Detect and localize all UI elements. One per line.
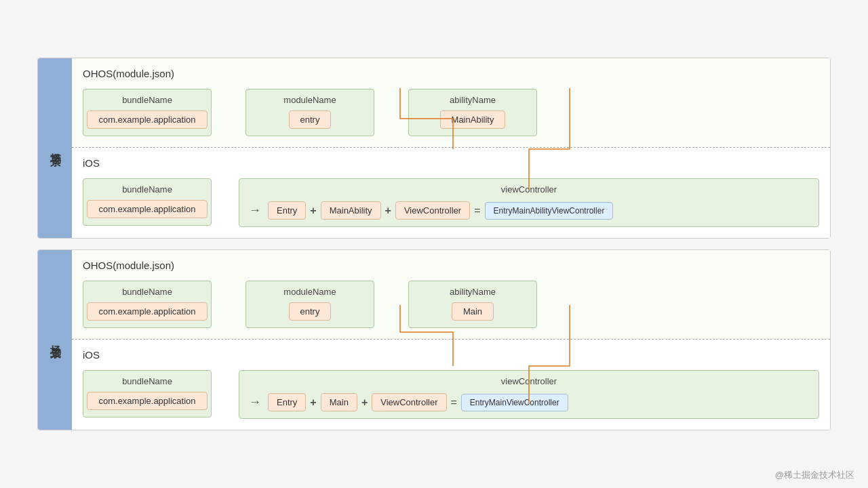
ability-card-1: abilityName MainAbility: [408, 89, 537, 136]
vc-formula-2: → Entry + Main + ViewController = EntryM…: [249, 393, 809, 411]
ios-bundle-card-1: bundleName com.example.application: [83, 178, 212, 226]
ios-bundle-label-2: bundleName: [122, 376, 172, 386]
formula-eq-2: =: [451, 396, 457, 409]
formula-result-2: EntryMainViewController: [461, 394, 568, 411]
formula-plus-1: +: [310, 205, 316, 217]
vc-card-1: viewController → Entry + MainAbility + V…: [239, 178, 819, 227]
formula-main-ability-1: MainAbility: [321, 201, 381, 220]
scenario-2: 场景二 OHOS(module.json) bundleName com.exa…: [37, 249, 831, 430]
vc-formula-1: → Entry + MainAbility + ViewController =…: [249, 201, 809, 220]
scenario-2-ohos: OHOS(module.json) bundleName com.example…: [72, 250, 830, 340]
module-value-1: entry: [289, 110, 332, 129]
formula-vc-2: ViewController: [372, 393, 446, 411]
formula-plus-4: +: [361, 396, 368, 409]
scenario-1-content: OHOS(module.json) bundleName com.example…: [72, 58, 830, 238]
vc-title-2: viewController: [249, 376, 809, 386]
scenario-1-ohos: OHOS(module.json) bundleName com.example…: [72, 58, 830, 148]
formula-eq-1: =: [474, 205, 480, 217]
bundle-card-1: bundleName com.example.application: [83, 89, 212, 136]
formula-entry-1: Entry: [268, 201, 306, 220]
formula-vc-1: ViewController: [395, 201, 470, 220]
ability-value-1: MainAbility: [440, 110, 506, 129]
ability-label-1: abilityName: [450, 95, 496, 105]
ability-value-2: Main: [452, 302, 494, 321]
scenario-1-label: 场景一: [38, 58, 72, 238]
arrow-icon-1: →: [249, 203, 261, 218]
ohos-title-2: OHOS(module.json): [83, 260, 819, 271]
scenario-1: 场景一 OHOS(module.json) bundleName com.exa…: [37, 58, 831, 239]
scenario-2-ios: iOS bundleName com.example.application v…: [72, 340, 830, 430]
ios-bundle-value-2: com.example.application: [87, 392, 207, 410]
vc-card-2: viewController → Entry + Main + ViewCont…: [239, 370, 819, 419]
ios-bundle-value-1: com.example.application: [87, 200, 207, 218]
formula-result-1: EntryMainAbilityViewController: [485, 202, 614, 220]
formula-main-2: Main: [321, 393, 357, 411]
ios-bundle-label-1: bundleName: [122, 184, 172, 195]
ohos-title-1: OHOS(module.json): [83, 68, 819, 79]
formula-entry-2: Entry: [268, 393, 306, 411]
ios-title-2: iOS: [83, 349, 819, 361]
vc-title-1: viewController: [249, 184, 809, 195]
ios-bundle-card-2: bundleName com.example.application: [83, 370, 212, 418]
bundle-label-2: bundleName: [122, 287, 172, 297]
scenario-1-ios: iOS bundleName com.example.application v…: [72, 148, 830, 238]
arrow-icon-2: →: [249, 395, 261, 409]
scenario-2-label: 场景二: [38, 250, 72, 430]
bundle-value-1: com.example.application: [87, 110, 207, 129]
ability-label-2: abilityName: [450, 287, 496, 297]
scenario-2-content: OHOS(module.json) bundleName com.example…: [72, 250, 830, 430]
module-value-2: entry: [289, 302, 332, 321]
module-card-2: moduleName entry: [245, 281, 374, 328]
module-card-1: moduleName entry: [245, 89, 374, 136]
module-label-1: moduleName: [283, 95, 336, 105]
bundle-value-2: com.example.application: [87, 302, 207, 321]
formula-plus-3: +: [310, 396, 316, 409]
ability-card-2: abilityName Main: [408, 281, 537, 328]
bundle-label-1: bundleName: [122, 95, 172, 105]
ios-title-1: iOS: [83, 157, 819, 169]
formula-plus-2: +: [385, 205, 391, 217]
bundle-card-2: bundleName com.example.application: [83, 281, 212, 328]
watermark: @稀土掘金技术社区: [775, 469, 854, 481]
module-label-2: moduleName: [283, 287, 336, 297]
